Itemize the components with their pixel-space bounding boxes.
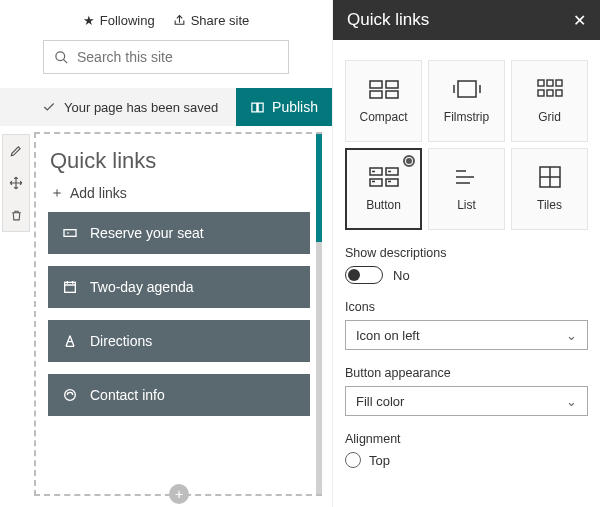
- layout-option-filmstrip[interactable]: Filmstrip: [428, 60, 505, 142]
- layout-icon: [451, 166, 483, 188]
- chevron-down-icon: ⌄: [566, 328, 577, 343]
- edit-icon[interactable]: [2, 135, 30, 167]
- share-icon: [173, 14, 186, 27]
- star-icon: ★: [83, 13, 95, 28]
- book-icon: [250, 100, 265, 115]
- search-box[interactable]: [43, 40, 289, 74]
- add-links-button[interactable]: ＋ Add links: [36, 180, 322, 212]
- svg-rect-17: [370, 179, 382, 186]
- svg-rect-14: [556, 90, 562, 96]
- panel-header: Quick links ✕: [333, 0, 600, 40]
- quick-link-label: Contact info: [90, 387, 165, 403]
- layout-option-grid[interactable]: Grid: [511, 60, 588, 142]
- show-descriptions-toggle[interactable]: [345, 266, 383, 284]
- layout-icon: [451, 78, 483, 100]
- link-icon: [62, 225, 78, 241]
- icons-select[interactable]: Icon on left ⌄: [345, 320, 588, 350]
- svg-rect-10: [547, 80, 553, 86]
- layout-label: Filmstrip: [444, 110, 489, 124]
- svg-point-0: [56, 51, 65, 60]
- page-top-actions: ★ Following Share site: [0, 4, 332, 36]
- save-message: Your page has been saved: [64, 100, 218, 115]
- layout-option-button[interactable]: Button: [345, 148, 422, 230]
- layout-icon: [534, 166, 566, 188]
- share-site-button[interactable]: Share site: [173, 13, 250, 28]
- svg-rect-2: [65, 282, 76, 292]
- icons-value: Icon on left: [356, 328, 420, 343]
- publish-label: Publish: [272, 99, 318, 115]
- appearance-label: Button appearance: [345, 366, 588, 380]
- alignment-label: Alignment: [345, 432, 588, 446]
- chevron-down-icon: ⌄: [566, 394, 577, 409]
- close-icon[interactable]: ✕: [573, 11, 586, 30]
- layout-option-compact[interactable]: Compact: [345, 60, 422, 142]
- quick-link-label: Reserve your seat: [90, 225, 204, 241]
- webpart-title[interactable]: Quick links: [36, 134, 322, 180]
- layout-option-tiles[interactable]: Tiles: [511, 148, 588, 230]
- radio-icon: [345, 452, 361, 468]
- show-descriptions-value: No: [393, 268, 410, 283]
- link-icon: [62, 279, 78, 295]
- quick-link-item[interactable]: Reserve your seat: [48, 212, 310, 254]
- svg-rect-7: [386, 91, 398, 98]
- quick-link-item[interactable]: Directions: [48, 320, 310, 362]
- following-label: Following: [100, 13, 155, 28]
- layout-label: Button: [366, 198, 401, 212]
- show-descriptions-label: Show descriptions: [345, 246, 588, 260]
- layout-options: CompactFilmstripGridButtonListTiles: [345, 60, 588, 230]
- icons-label: Icons: [345, 300, 588, 314]
- svg-rect-16: [386, 168, 398, 175]
- publish-button[interactable]: Publish: [236, 88, 332, 126]
- layout-icon: [534, 78, 566, 100]
- svg-rect-6: [370, 91, 382, 98]
- quick-link-item[interactable]: Two-day agenda: [48, 266, 310, 308]
- search-input[interactable]: [77, 49, 278, 65]
- panel-title: Quick links: [347, 10, 429, 30]
- svg-rect-15: [370, 168, 382, 175]
- layout-icon: [368, 166, 400, 188]
- delete-icon[interactable]: [2, 199, 30, 231]
- svg-rect-5: [386, 81, 398, 88]
- add-section-button[interactable]: +: [169, 484, 189, 504]
- svg-rect-8: [458, 81, 476, 97]
- quick-link-label: Two-day agenda: [90, 279, 194, 295]
- svg-point-3: [65, 390, 76, 401]
- link-icon: [62, 387, 78, 403]
- plus-icon: ＋: [50, 184, 64, 202]
- quick-link-label: Directions: [90, 333, 152, 349]
- layout-icon: [368, 78, 400, 100]
- save-notification-bar: Your page has been saved Publish: [0, 88, 332, 126]
- layout-label: Tiles: [537, 198, 562, 212]
- quick-links-webpart[interactable]: Quick links ＋ Add links Reserve your sea…: [34, 132, 322, 496]
- move-icon[interactable]: [2, 167, 30, 199]
- quick-link-item[interactable]: Contact info: [48, 374, 310, 416]
- alignment-value: Top: [369, 453, 390, 468]
- svg-rect-1: [64, 230, 76, 237]
- svg-rect-11: [556, 80, 562, 86]
- appearance-value: Fill color: [356, 394, 404, 409]
- appearance-select[interactable]: Fill color ⌄: [345, 386, 588, 416]
- add-links-label: Add links: [70, 185, 127, 201]
- radio-icon: [403, 155, 415, 167]
- check-icon: [42, 100, 56, 114]
- svg-rect-18: [386, 179, 398, 186]
- property-panel: Quick links ✕ CompactFilmstripGridButton…: [332, 0, 600, 507]
- svg-rect-13: [547, 90, 553, 96]
- search-icon: [54, 50, 69, 65]
- svg-rect-12: [538, 90, 544, 96]
- following-button[interactable]: ★ Following: [83, 13, 155, 28]
- layout-label: List: [457, 198, 476, 212]
- layout-option-list[interactable]: List: [428, 148, 505, 230]
- svg-rect-9: [538, 80, 544, 86]
- layout-label: Grid: [538, 110, 561, 124]
- share-label: Share site: [191, 13, 250, 28]
- webpart-toolbelt: [2, 134, 30, 232]
- plus-icon: +: [175, 486, 183, 502]
- svg-rect-4: [370, 81, 382, 88]
- alignment-top-option[interactable]: Top: [345, 452, 588, 468]
- link-icon: [62, 333, 78, 349]
- layout-label: Compact: [359, 110, 407, 124]
